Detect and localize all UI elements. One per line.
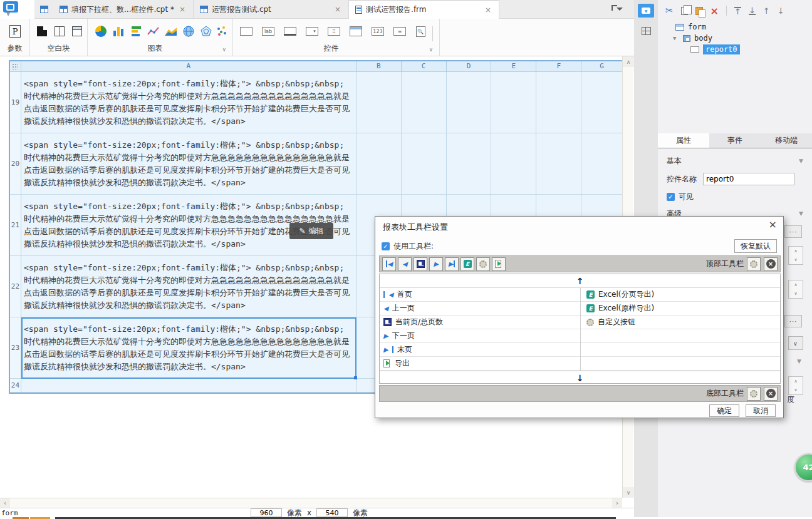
restore-default-button[interactable]: 恢复默认	[734, 239, 777, 253]
scroll-up-button[interactable]: ∧	[623, 56, 634, 67]
cell[interactable]	[536, 72, 581, 133]
top-toolbar-settings-button[interactable]	[747, 257, 761, 271]
canvas-width-input[interactable]	[251, 508, 282, 517]
bar-chart-button[interactable]	[129, 24, 143, 38]
parameter-pane-button[interactable]: P	[8, 24, 22, 38]
export-button[interactable]	[492, 257, 506, 271]
item-excel-original[interactable]: EExcel(原样导出)	[580, 302, 780, 315]
tab-close-icon[interactable]: ×	[484, 6, 492, 14]
cancel-button[interactable]: 取消	[746, 404, 776, 417]
line-chart-button[interactable]	[147, 24, 160, 38]
cell[interactable]	[536, 133, 581, 195]
move-up-icon[interactable]: ↑	[763, 6, 770, 16]
grid-corner-handle-icon[interactable]	[10, 61, 21, 72]
last-page-button[interactable]: ▶	[445, 257, 459, 271]
collapse-caret-icon[interactable]: ▼	[797, 358, 801, 364]
absolute-block-button[interactable]	[53, 24, 66, 38]
column-header-b[interactable]: B	[357, 61, 402, 72]
tab-cpt-1[interactable]: 填报下拉框、数...框控件.cpt * ×	[53, 0, 194, 19]
textarea-widget-button[interactable]	[283, 24, 297, 38]
cell[interactable]	[447, 72, 492, 133]
row-header[interactable]: 19	[10, 72, 21, 133]
copy-icon[interactable]	[681, 7, 688, 15]
tab-events[interactable]: 事件	[709, 133, 761, 148]
tab-cpt-2[interactable]: 运营报告测试.cpt ×	[194, 0, 349, 19]
tab-frm-active[interactable]: 测试运营报告.frm ×	[349, 0, 499, 19]
widget-group-chevron-icon[interactable]: ∨	[429, 46, 433, 53]
cell[interactable]	[357, 133, 402, 195]
row-header[interactable]: 23	[10, 317, 21, 379]
cell-a24[interactable]	[21, 379, 357, 393]
tab-block-button[interactable]	[70, 24, 84, 38]
custom-button[interactable]	[476, 257, 490, 271]
visible-checkbox[interactable]: ✓	[667, 193, 675, 201]
bottom-toolbar-remove-button[interactable]: ×	[764, 387, 778, 401]
row-header[interactable]: 21	[10, 195, 21, 256]
cell[interactable]	[402, 133, 447, 195]
column-chart-button[interactable]	[112, 24, 125, 38]
spinner-down-icon[interactable]: ∨	[789, 255, 803, 264]
horizontal-scrollbar[interactable]: ‹ ›	[0, 498, 622, 508]
cell[interactable]	[581, 133, 622, 195]
item-custom-button[interactable]: 自定义按钮	[580, 316, 780, 329]
textfield-widget-button[interactable]	[239, 24, 253, 38]
cell-a19[interactable]: <span style="font-size:20px;font-family:…	[21, 72, 357, 133]
column-header-c[interactable]: C	[402, 61, 447, 72]
widget-settings-mode-button[interactable]: ▼	[638, 4, 654, 18]
collapse-caret-icon[interactable]: ▼	[799, 207, 803, 220]
cell-a22[interactable]: <span style="font-size:20px;font-family:…	[21, 256, 357, 317]
edit-overlay-button[interactable]: ✎ 编辑	[289, 223, 333, 239]
scroll-down-button[interactable]: ∨	[623, 487, 634, 498]
scroll-left-button[interactable]: ‹	[0, 498, 10, 508]
number-spinner[interactable]: ∧∨	[788, 280, 803, 299]
row-header[interactable]: 20	[10, 133, 21, 195]
widget-name-input[interactable]	[703, 173, 794, 185]
cell[interactable]	[357, 72, 402, 133]
workbook-grid-icon[interactable]	[34, 0, 53, 19]
item-last-page[interactable]: ▶末页	[380, 343, 580, 356]
column-header-f[interactable]: F	[536, 61, 581, 72]
cell-a20[interactable]: <span style="font-size:20px;font-family:…	[21, 133, 357, 195]
tab-close-icon[interactable]: ×	[178, 5, 187, 14]
area-chart-button[interactable]	[164, 24, 178, 38]
listview-widget-button[interactable]: ≡	[393, 24, 407, 38]
component-layout-mode-button[interactable]	[638, 24, 654, 38]
map-chart-button[interactable]	[182, 24, 195, 38]
report-block-button[interactable]	[35, 24, 49, 38]
tab-mobile[interactable]: 移动端	[761, 133, 812, 148]
tab-properties[interactable]: 属性	[658, 133, 709, 148]
bottom-toolbar-settings-button[interactable]	[747, 387, 761, 401]
pie-chart-button[interactable]	[94, 24, 108, 38]
section-basic[interactable]: 基本 ▼	[658, 154, 812, 168]
preview-widget-button[interactable]: 🔍	[414, 24, 427, 38]
cell-a23-selected[interactable]: <span style="font-size:20px;font-family:…	[21, 317, 357, 379]
gauge-chart-button[interactable]	[199, 24, 213, 38]
move-to-bottom-row[interactable]: ↓	[380, 371, 780, 384]
tree-expander-icon[interactable]: ▼	[673, 35, 679, 41]
excel-export-button[interactable]: E	[461, 257, 474, 271]
move-to-top-row[interactable]: ↑	[380, 274, 780, 288]
cell[interactable]	[491, 72, 536, 133]
spinner-up-icon[interactable]: ∧	[789, 247, 803, 255]
datepicker-widget-button[interactable]	[349, 24, 363, 38]
column-header-d[interactable]: D	[447, 61, 492, 72]
row-header[interactable]: 22	[10, 256, 21, 317]
use-toolbar-checkbox[interactable]: ✓	[382, 242, 390, 250]
prev-page-button[interactable]: ◀	[398, 257, 412, 271]
cell[interactable]	[402, 72, 447, 133]
move-down-icon[interactable]: ↓	[778, 6, 784, 16]
item-prev-page[interactable]: ◀上一页	[380, 302, 580, 315]
number-spinner[interactable]: ∧∨	[788, 376, 803, 395]
cell[interactable]	[491, 133, 536, 195]
tab-close-icon[interactable]: ×	[333, 5, 342, 14]
number-spinner[interactable]: ∧∨	[788, 246, 803, 265]
label-widget-button[interactable]: lab	[261, 24, 275, 38]
move-to-top-icon[interactable]: ↑	[734, 7, 741, 15]
row-header[interactable]: 24	[10, 379, 21, 393]
top-toolbar-remove-button[interactable]: ×	[764, 257, 778, 271]
item-excel-paged[interactable]: EExcel(分页导出)	[580, 288, 780, 301]
dropdown-button[interactable]: ∨	[788, 336, 803, 350]
chart-group-chevron-icon[interactable]: ∨	[222, 46, 226, 53]
spinner-down-icon[interactable]: ∨	[789, 386, 803, 394]
item-export[interactable]: 导出	[380, 357, 580, 370]
